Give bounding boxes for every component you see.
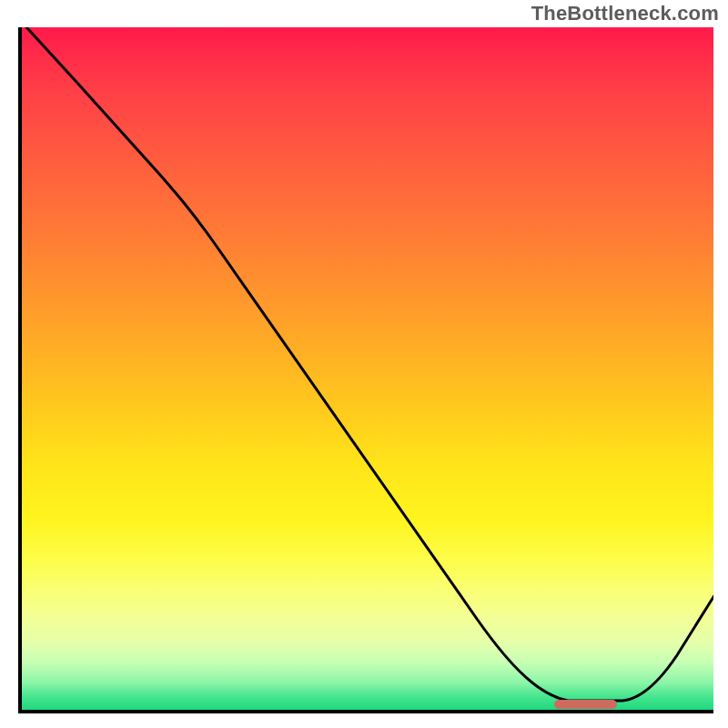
plot-area [18,27,713,713]
curve-path [22,27,713,701]
chart-container: TheBottleneck.com [0,0,728,728]
watermark-text: TheBottleneck.com [531,2,719,25]
optimal-range-marker [554,700,616,709]
bottleneck-curve [22,27,713,710]
